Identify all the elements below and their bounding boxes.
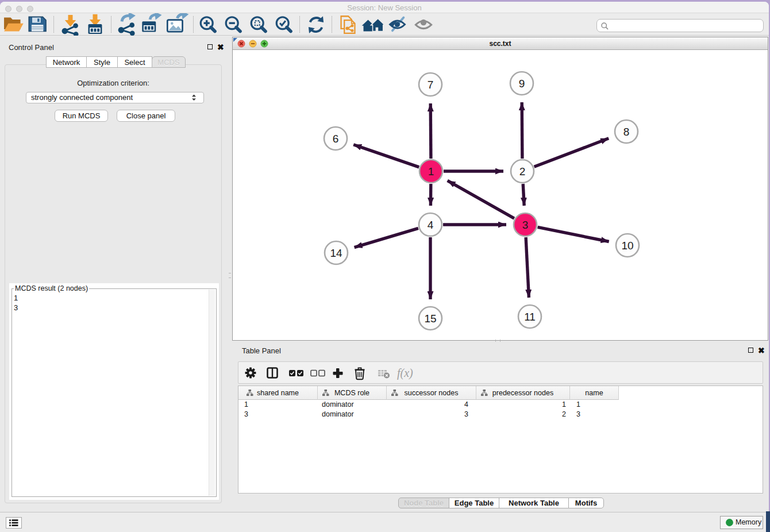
svg-text:2: 2 bbox=[519, 165, 526, 178]
svg-text:6: 6 bbox=[333, 133, 339, 145]
svg-text:f(x): f(x) bbox=[397, 367, 413, 380]
svg-text:15: 15 bbox=[424, 313, 436, 325]
svg-text:4: 4 bbox=[428, 219, 434, 231]
svg-text:1: 1 bbox=[428, 165, 434, 178]
svg-text:14: 14 bbox=[330, 247, 342, 259]
svg-text:9: 9 bbox=[519, 78, 525, 90]
svg-text:8: 8 bbox=[623, 126, 630, 138]
svg-text:3: 3 bbox=[522, 219, 529, 231]
svg-text:7: 7 bbox=[428, 79, 434, 91]
svg-text:10: 10 bbox=[621, 240, 633, 252]
svg-text:11: 11 bbox=[524, 311, 536, 323]
